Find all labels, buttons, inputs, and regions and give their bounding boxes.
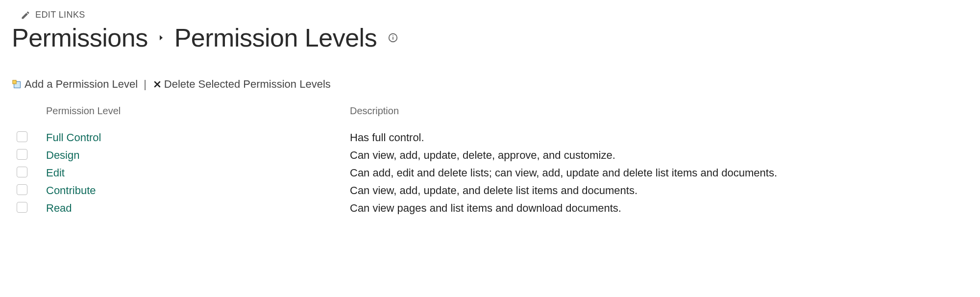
breadcrumb: Permissions Permission Levels [12,23,968,52]
table-row: ReadCan view pages and list items and do… [17,202,968,215]
permission-level-description: Can view, add, update, and delete list i… [350,184,968,197]
breadcrumb-current: Permission Levels [174,23,377,52]
permission-level-link[interactable]: Edit [46,167,350,179]
row-checkbox[interactable] [17,131,27,142]
row-checkbox[interactable] [17,167,27,177]
delete-icon [152,79,162,89]
permission-level-description: Has full control. [350,131,968,144]
table-header-row: Permission Level Description [17,105,968,117]
info-icon[interactable] [388,32,398,43]
breadcrumb-separator-icon [157,33,166,42]
column-header-name[interactable]: Permission Level [46,105,350,117]
permission-level-link[interactable]: Read [46,202,350,215]
row-checkbox[interactable] [17,202,27,213]
table-row: ContributeCan view, add, update, and del… [17,184,968,197]
table-row: Full ControlHas full control. [17,131,968,144]
add-permission-level-button[interactable]: Add a Permission Level [12,78,138,91]
svg-rect-4 [13,80,16,84]
permission-level-link[interactable]: Contribute [46,184,350,197]
permission-level-link[interactable]: Full Control [46,131,350,144]
pencil-icon [21,10,30,20]
delete-selected-button[interactable]: Delete Selected Permission Levels [152,78,331,91]
svg-point-2 [392,35,393,36]
permission-levels-table: Permission Level Description Full Contro… [17,105,968,215]
add-page-icon [12,79,23,90]
edit-links-button[interactable]: EDIT LINKS [21,10,968,20]
permission-level-description: Can add, edit and delete lists; can view… [350,167,968,179]
toolbar: Add a Permission Level | Delete Selected… [12,78,968,91]
column-header-desc[interactable]: Description [350,105,968,117]
permission-level-description: Can view pages and list items and downlo… [350,202,968,215]
edit-links-label: EDIT LINKS [35,10,85,20]
row-checkbox[interactable] [17,184,27,195]
permission-level-link[interactable]: Design [46,149,350,162]
add-permission-level-label: Add a Permission Level [24,78,138,91]
table-row: DesignCan view, add, update, delete, app… [17,149,968,162]
permission-level-description: Can view, add, update, delete, approve, … [350,149,968,162]
toolbar-divider: | [142,78,148,91]
table-row: EditCan add, edit and delete lists; can … [17,167,968,179]
row-checkbox[interactable] [17,149,27,160]
delete-selected-label: Delete Selected Permission Levels [164,78,331,91]
breadcrumb-parent[interactable]: Permissions [12,23,148,52]
